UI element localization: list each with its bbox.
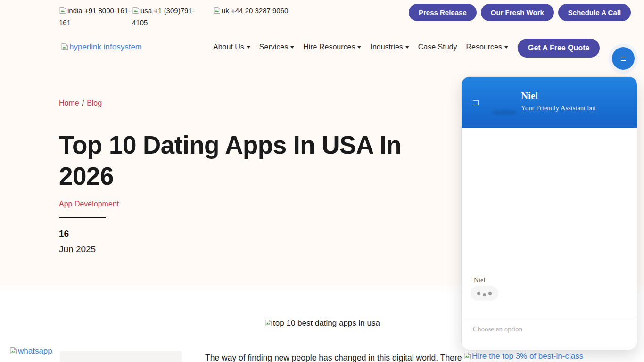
chevron-down-icon bbox=[290, 46, 294, 49]
breadcrumb: Home/Blog bbox=[59, 99, 102, 107]
phone-usa[interactable]: usa +1 (309)791-4105 bbox=[132, 5, 198, 28]
nav-case-study[interactable]: Case Study bbox=[418, 43, 457, 51]
chat-header: Niel Your Friendly Assistant bot bbox=[462, 77, 637, 128]
chevron-down-icon bbox=[247, 46, 250, 49]
broken-image-icon bbox=[61, 43, 68, 50]
chat-bot-tagline: Your Friendly Assistant bot bbox=[521, 104, 596, 112]
typing-dot bbox=[483, 293, 486, 296]
nav-item-label: Industries bbox=[370, 43, 403, 51]
broken-image-icon bbox=[9, 347, 17, 354]
typing-dot bbox=[488, 292, 492, 295]
schedule-a-call-button[interactable]: Schedule A Call bbox=[558, 4, 631, 21]
article-paragraph: The way of finding new people has change… bbox=[205, 353, 462, 362]
chevron-down-icon bbox=[405, 46, 409, 49]
breadcrumb-separator: / bbox=[82, 99, 84, 107]
chat-widget: Niel Your Friendly Assistant bot Niel Ch… bbox=[461, 76, 637, 350]
chat-message-area: Niel bbox=[462, 128, 637, 317]
publish-date-month-year: Jun 2025 bbox=[59, 244, 96, 255]
publish-date-day: 16 bbox=[59, 229, 69, 239]
nav-item-label: About Us bbox=[213, 43, 244, 51]
logo-link[interactable]: hyperlink infosystem bbox=[61, 42, 142, 52]
broken-image-icon bbox=[132, 7, 140, 14]
page-title: Top 10 Dating Apps In USA In 2026 bbox=[59, 130, 422, 192]
navbar: hyperlink infosystem About Us Services H… bbox=[0, 34, 644, 60]
flag-alt-text: usa bbox=[140, 7, 152, 15]
phone-number: +44 20 3287 9060 bbox=[231, 7, 288, 15]
broken-image-icon bbox=[473, 100, 479, 105]
nav-item-label: Resources bbox=[466, 43, 502, 51]
chevron-down-icon bbox=[504, 46, 508, 49]
chat-option-input[interactable]: Choose an option bbox=[473, 325, 522, 333]
chat-sender-label: Niel bbox=[474, 277, 485, 284]
main-nav: About Us Services Hire Resources Industr… bbox=[213, 43, 554, 51]
broken-image-icon bbox=[264, 319, 272, 327]
topbar: india +91 8000-161-161 usa +1 (309)791-4… bbox=[0, 0, 644, 26]
chat-launcher-button[interactable] bbox=[612, 47, 635, 70]
toc-placeholder bbox=[60, 351, 182, 362]
category-link[interactable]: App Development bbox=[59, 200, 119, 208]
nav-item-label: Services bbox=[259, 43, 288, 51]
nav-about-us[interactable]: About Us bbox=[213, 43, 250, 51]
hero-image-broken: top 10 best dating apps in usa bbox=[205, 319, 439, 328]
hire-link-alt-text: Hire the top 3% of best-in-class bbox=[472, 352, 583, 361]
chevron-down-icon bbox=[357, 46, 361, 49]
press-release-button[interactable]: Press Release bbox=[409, 4, 477, 21]
chat-avatar-shadow bbox=[492, 110, 517, 115]
chat-bot-name: Niel bbox=[521, 90, 538, 102]
chat-avatar bbox=[473, 99, 479, 107]
topbar-actions: Press Release Our Fresh Work Schedule A … bbox=[409, 4, 631, 21]
page: india +91 8000-161-161 usa +1 (309)791-4… bbox=[0, 0, 644, 362]
get-a-free-quote-button[interactable]: Get A Free Quote bbox=[518, 39, 600, 58]
whatsapp-alt-text: whatsapp bbox=[18, 346, 52, 355]
breadcrumb-home-link[interactable]: Home bbox=[59, 99, 79, 107]
nav-hire-resources[interactable]: Hire Resources bbox=[303, 43, 361, 51]
typing-indicator bbox=[471, 286, 498, 301]
typing-dot bbox=[477, 292, 480, 295]
hero-image-alt-text: top 10 best dating apps in usa bbox=[273, 319, 380, 328]
chat-footer: Choose an option bbox=[462, 317, 637, 350]
phone-uk[interactable]: uk +44 20 3287 9060 bbox=[213, 5, 288, 16]
logo-alt-text: hyperlink infosystem bbox=[69, 42, 142, 51]
flag-alt-text: india bbox=[67, 7, 83, 15]
nav-industries[interactable]: Industries bbox=[370, 43, 409, 51]
broken-image-icon bbox=[463, 352, 471, 360]
nav-services[interactable]: Services bbox=[259, 43, 294, 51]
nav-item-label: Hire Resources bbox=[303, 43, 355, 51]
broken-image-icon bbox=[59, 7, 66, 14]
our-fresh-work-button[interactable]: Our Fresh Work bbox=[481, 4, 554, 21]
broken-image-icon bbox=[621, 57, 626, 61]
title-divider bbox=[59, 217, 106, 218]
nav-item-label: Case Study bbox=[418, 43, 457, 51]
whatsapp-button[interactable]: whatsapp bbox=[9, 346, 52, 356]
phone-india[interactable]: india +91 8000-161-161 bbox=[59, 5, 131, 28]
breadcrumb-blog-link[interactable]: Blog bbox=[87, 99, 102, 107]
phone-list: india +91 8000-161-161 usa +1 (309)791-4… bbox=[59, 5, 288, 28]
flag-alt-text: uk bbox=[222, 7, 229, 15]
hire-top-talent-link[interactable]: Hire the top 3% of best-in-class bbox=[463, 352, 583, 361]
broken-image-icon bbox=[213, 7, 221, 14]
nav-resources[interactable]: Resources bbox=[466, 43, 508, 51]
